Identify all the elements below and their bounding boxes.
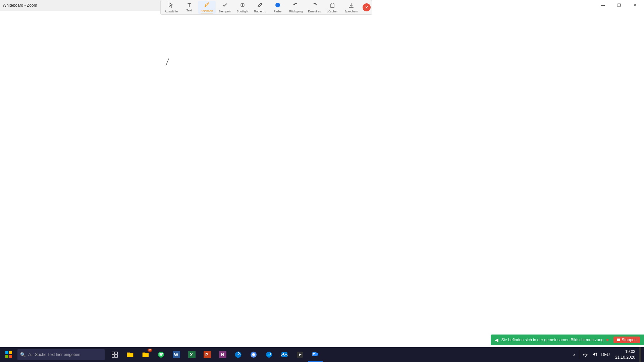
notification-expand[interactable]: ∧ <box>572 352 577 358</box>
taskbar-task-view[interactable] <box>107 347 122 362</box>
eraser-label: Radiergu <box>254 10 266 13</box>
svg-point-46 <box>606 339 608 341</box>
draw-cursor <box>163 57 172 68</box>
language-indicator[interactable]: DEU <box>600 352 611 358</box>
tool-spotlight[interactable]: Spotlight <box>234 1 251 14</box>
tool-undo[interactable]: Rückgang <box>286 1 306 14</box>
taskbar: 🔍 Zur Suche Text hier eingeben 69 <box>0 347 644 362</box>
notification-message: Sie befinden sich in der gemeinsamen Bil… <box>501 338 603 342</box>
system-clock[interactable]: 19:03 21.10.2020 <box>612 349 638 360</box>
notification-arrow: ◀ <box>495 337 498 343</box>
svg-marker-45 <box>593 353 595 356</box>
svg-rect-6 <box>331 4 334 7</box>
whiteboard-canvas[interactable] <box>0 15 644 347</box>
svg-marker-42 <box>317 353 318 356</box>
svg-point-44 <box>585 356 585 356</box>
svg-line-13 <box>166 65 166 65</box>
svg-point-5 <box>275 3 280 7</box>
maximize-button[interactable]: ❐ <box>611 0 627 11</box>
svg-text:Z: Z <box>313 353 315 356</box>
stop-icon <box>617 338 620 342</box>
tool-color[interactable]: Farbe <box>269 1 286 14</box>
spotlight-icon <box>239 2 246 9</box>
select-icon <box>168 2 174 9</box>
minimize-button[interactable]: — <box>595 0 610 11</box>
taskbar-explorer-badge[interactable]: 69 <box>138 347 153 362</box>
undo-icon <box>293 2 299 9</box>
taskbar-excel[interactable]: X <box>184 347 199 362</box>
stop-sharing-button[interactable]: Stoppen <box>613 337 640 343</box>
svg-rect-21 <box>115 355 117 357</box>
svg-point-35 <box>252 353 255 356</box>
save-label: Speichern <box>344 10 358 13</box>
stamp-label: Stempeln <box>218 10 231 13</box>
tool-eraser[interactable]: Radiergu <box>251 1 269 14</box>
svg-point-33 <box>238 354 239 355</box>
svg-line-12 <box>165 59 170 65</box>
svg-marker-0 <box>169 3 173 7</box>
taskbar-zoom[interactable]: Z <box>308 347 323 362</box>
text-label: Text <box>186 9 192 12</box>
show-desktop-button[interactable] <box>639 347 641 362</box>
svg-rect-18 <box>112 352 114 354</box>
taskbar-spotify[interactable] <box>154 347 168 362</box>
svg-rect-19 <box>115 352 117 354</box>
svg-rect-16 <box>5 355 8 358</box>
tool-text[interactable]: T Text <box>180 1 198 14</box>
taskbar-chrome[interactable] <box>246 347 261 362</box>
color-icon <box>275 2 281 9</box>
tool-stamp[interactable]: Stempeln <box>216 1 234 14</box>
taskbar-icons: 69 W X <box>107 347 323 362</box>
taskbar-media[interactable] <box>292 347 307 362</box>
svg-marker-4 <box>258 3 262 7</box>
tool-save[interactable]: Speichern <box>341 1 361 14</box>
window-controls: — ❐ ✕ <box>595 0 644 11</box>
eraser-icon <box>257 2 263 9</box>
taskbar-explorer[interactable] <box>123 347 138 362</box>
explorer-badge: 69 <box>148 349 152 352</box>
search-icon: 🔍 <box>20 352 26 357</box>
draw-icon <box>204 2 210 9</box>
network-icon[interactable] <box>581 351 589 359</box>
taskbar-edge[interactable] <box>262 347 276 362</box>
svg-text:W: W <box>174 352 178 357</box>
svg-rect-15 <box>9 351 12 354</box>
spotlight-label: Spotlight <box>237 10 249 13</box>
close-button[interactable]: ✕ <box>627 0 643 11</box>
title-bar: Whiteboard - Zoom <box>0 0 161 11</box>
taskbar-search[interactable]: 🔍 Zur Suche Text hier eingeben <box>17 349 105 360</box>
save-icon <box>348 2 354 9</box>
clock-date: 21.10.2020 <box>615 355 635 360</box>
screen-share-notification: ◀ Sie befinden sich in der gemeinsamen B… <box>491 335 644 345</box>
delete-icon <box>329 2 335 9</box>
tray-divider <box>579 350 579 359</box>
taskbar-onenote[interactable]: N <box>215 347 230 362</box>
clock-time: 19:03 <box>615 349 635 355</box>
toolbar-close-button[interactable]: ✕ <box>363 3 371 11</box>
start-button[interactable] <box>1 347 16 362</box>
taskbar-powerpoint[interactable]: P <box>200 347 215 362</box>
svg-point-3 <box>242 4 243 6</box>
tool-delete[interactable]: Löschen <box>324 1 341 14</box>
system-tray: ∧ DEU 19:03 21.10.2020 <box>572 347 644 362</box>
svg-text:X: X <box>190 352 193 357</box>
window-title: Whiteboard - Zoom <box>3 3 37 8</box>
svg-rect-47 <box>617 339 620 341</box>
color-label: Farbe <box>274 10 282 13</box>
recording-icon <box>606 338 611 342</box>
svg-rect-20 <box>112 355 114 357</box>
search-placeholder: Zur Suche Text hier eingeben <box>28 352 80 357</box>
svg-rect-17 <box>9 355 12 358</box>
tool-redo[interactable]: Erneut au <box>305 1 324 14</box>
taskbar-photos[interactable] <box>277 347 292 362</box>
draw-label: Zeichnen <box>201 9 213 13</box>
svg-text:N: N <box>221 352 224 357</box>
tool-select[interactable]: Auswähle <box>162 1 180 14</box>
tool-draw[interactable]: Zeichnen <box>198 1 216 14</box>
svg-rect-14 <box>5 351 8 354</box>
delete-label: Löschen <box>327 10 338 13</box>
taskbar-calendar[interactable] <box>231 347 246 362</box>
undo-label: Rückgang <box>289 10 303 13</box>
volume-icon[interactable] <box>591 351 599 359</box>
taskbar-word[interactable]: W <box>169 347 184 362</box>
